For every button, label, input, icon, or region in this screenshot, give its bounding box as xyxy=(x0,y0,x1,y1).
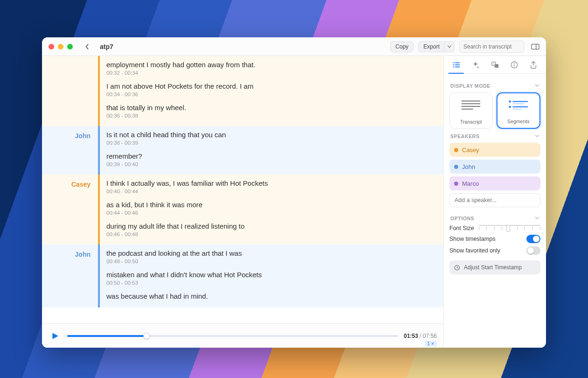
line-text: Is it not a child head thing that you ca… xyxy=(106,131,434,139)
speaker-chip[interactable]: Marco xyxy=(449,176,540,190)
svg-rect-13 xyxy=(514,64,514,66)
svg-rect-6 xyxy=(453,66,455,67)
svg-rect-7 xyxy=(455,66,460,67)
progress-slider[interactable] xyxy=(67,332,398,340)
svg-rect-21 xyxy=(509,106,511,108)
segment-block[interactable]: Johnthe podcast and looking at the art t… xyxy=(42,245,443,308)
line-text: during my adult life that I realized lis… xyxy=(106,222,434,230)
search-input[interactable] xyxy=(459,41,525,53)
show-favorited-row: Show favorited only xyxy=(449,246,540,255)
segment-block[interactable]: JohnIs it not a child head thing that yo… xyxy=(42,126,443,175)
mode-segments[interactable]: Segments xyxy=(497,92,541,129)
close-window-button[interactable] xyxy=(49,44,54,49)
tab-info[interactable] xyxy=(504,56,524,73)
chevron-down-icon xyxy=(535,83,539,89)
speaker-label xyxy=(42,56,98,126)
transcript-scroll[interactable]: employment I mostly had gotten away from… xyxy=(42,56,443,323)
mode-transcript[interactable]: Transcript xyxy=(449,92,493,129)
sidebar-icon xyxy=(531,43,539,50)
speaker-chip[interactable]: John xyxy=(449,160,540,174)
svg-rect-4 xyxy=(453,64,455,65)
minimize-window-button[interactable] xyxy=(58,44,63,49)
player-bar: 01:53 / 07:56 1 × xyxy=(42,323,443,348)
back-button[interactable] xyxy=(81,41,93,53)
speaker-label: Casey xyxy=(42,175,98,245)
line-text: mistaken and what I didn't know what Hot… xyxy=(106,271,434,279)
tab-translate[interactable]: A xyxy=(485,56,504,73)
line-timestamp: 00:34 - 00:36 xyxy=(106,91,434,97)
play-button[interactable] xyxy=(49,329,62,343)
line-text: the podcast and looking at the art that … xyxy=(106,249,434,257)
font-size-slider[interactable] xyxy=(479,225,540,231)
export-menu-button[interactable] xyxy=(445,41,455,52)
line-timestamp: 00:50 - 00:53 xyxy=(106,280,434,286)
transcript-pane: employment I mostly had gotten away from… xyxy=(42,56,443,348)
info-icon xyxy=(510,61,518,69)
transcript-line[interactable]: during my adult life that I realized lis… xyxy=(106,220,434,242)
transcript-line[interactable]: as a kid, but I think it was more00:44 -… xyxy=(106,199,434,220)
chevron-left-icon xyxy=(85,43,90,50)
speaker-color-dot xyxy=(454,148,458,152)
show-favorited-toggle[interactable] xyxy=(526,246,540,255)
speaker-name: Marco xyxy=(462,180,479,187)
sparkle-icon xyxy=(471,61,480,69)
segment-block[interactable]: employment I mostly had gotten away from… xyxy=(42,56,443,126)
speaker-label: John xyxy=(42,126,98,175)
chevron-down-icon xyxy=(448,45,451,49)
show-timestamps-toggle[interactable] xyxy=(526,235,540,243)
segments-mode-icon xyxy=(507,98,530,115)
line-text: that is totally in my wheel. xyxy=(106,104,434,112)
speaker-name: Casey xyxy=(462,147,479,154)
translate-icon: A xyxy=(491,61,499,69)
line-timestamp: 00:40 - 00:44 xyxy=(106,189,434,194)
transcript-line[interactable]: I think I actually was, I was familiar w… xyxy=(106,177,434,199)
transcript-line[interactable]: employment I mostly had gotten away from… xyxy=(106,59,434,80)
transcript-line[interactable]: was because what I had in mind. xyxy=(106,290,434,305)
playback-rate-button[interactable]: 1 × xyxy=(425,341,437,347)
segment-lines: the podcast and looking at the art that … xyxy=(100,245,443,308)
copy-button[interactable]: Copy xyxy=(390,41,413,52)
app-window: atp7 Copy Export employment I mostly had… xyxy=(42,37,546,348)
line-text: was because what I had in mind. xyxy=(106,292,434,300)
add-speaker-input[interactable] xyxy=(449,193,540,207)
segment-lines: Is it not a child head thing that you ca… xyxy=(100,126,443,175)
export-button[interactable]: Export xyxy=(418,41,445,52)
segment-block[interactable]: CaseyI think I actually was, I was famil… xyxy=(42,175,443,245)
display-mode-header[interactable]: DISPLAY MODE xyxy=(450,83,539,89)
tab-ai[interactable] xyxy=(466,56,485,73)
transcript-line[interactable]: I am not above Hot Pockets for the recor… xyxy=(106,80,434,102)
tab-transcript-settings[interactable] xyxy=(447,56,466,73)
titlebar: atp7 Copy Export xyxy=(42,37,546,56)
document-title: atp7 xyxy=(100,43,113,50)
speakers-header[interactable]: SPEAKERS xyxy=(450,133,539,139)
show-timestamps-row: Show timestamps xyxy=(449,235,540,243)
tab-share[interactable] xyxy=(524,56,543,73)
clock-icon xyxy=(454,265,460,271)
toggle-sidebar-button[interactable] xyxy=(529,41,541,53)
line-timestamp: 00:48 - 00:50 xyxy=(106,259,434,264)
transcript-line[interactable]: Is it not a child head thing that you ca… xyxy=(106,129,434,150)
segment-lines: I think I actually was, I was familiar w… xyxy=(100,175,443,245)
line-text: as a kid, but I think it was more xyxy=(106,201,434,209)
segment-lines: employment I mostly had gotten away from… xyxy=(100,56,443,126)
transcript-line[interactable]: the podcast and looking at the art that … xyxy=(106,247,434,269)
list-icon xyxy=(452,61,461,69)
svg-rect-18 xyxy=(509,101,511,103)
transcript-line[interactable]: remember?00:39 - 00:40 xyxy=(106,150,434,172)
svg-rect-0 xyxy=(532,44,539,49)
speaker-chip[interactable]: Casey xyxy=(449,143,540,157)
slider-thumb[interactable] xyxy=(506,225,510,231)
speaker-label: John xyxy=(42,245,98,308)
sidebar-tabs: A xyxy=(444,56,546,74)
options-header[interactable]: OPTIONS xyxy=(450,216,539,221)
transcript-line[interactable]: that is totally in my wheel.00:36 - 00:3… xyxy=(106,102,434,123)
zoom-window-button[interactable] xyxy=(67,44,73,49)
svg-rect-3 xyxy=(455,62,460,63)
right-sidebar: A DISPLAY MODE xyxy=(443,56,546,348)
svg-point-12 xyxy=(514,63,515,63)
chevron-down-icon xyxy=(535,133,539,139)
transcript-line[interactable]: mistaken and what I didn't know what Hot… xyxy=(106,269,434,290)
adjust-start-timestamp-button[interactable]: Adjust Start Timestamp xyxy=(449,260,540,274)
svg-rect-9 xyxy=(495,64,498,68)
progress-thumb[interactable] xyxy=(143,333,150,339)
